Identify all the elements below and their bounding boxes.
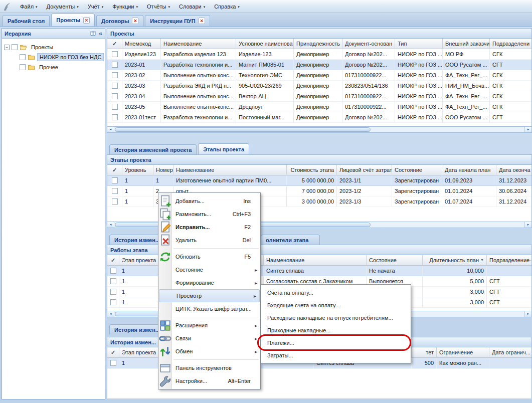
column-header[interactable]: Внешний заказчик <box>443 39 490 49</box>
tab[interactable]: Этапы проекта <box>198 143 249 154</box>
column-header[interactable]: Состояние <box>392 165 442 175</box>
checkbox[interactable] <box>112 62 118 68</box>
context-menu-item[interactable]: Размножить...Ctrl+F3 <box>158 208 260 221</box>
subtab-work-history[interactable]: История измен... <box>109 324 164 334</box>
menubar-item[interactable]: Функции▾ <box>108 2 142 12</box>
checkbox[interactable] <box>112 104 118 110</box>
checkbox[interactable] <box>110 299 116 305</box>
column-header[interactable]: Наименование <box>264 255 367 266</box>
select-all-header[interactable]: ✓ <box>107 165 122 175</box>
scroll-left-button[interactable]: ◄ <box>107 311 114 317</box>
context-menu-item[interactable]: Состояние▸ <box>158 263 260 276</box>
column-header[interactable]: Уровень <box>122 165 153 175</box>
context-menu-item[interactable]: Настройки...Alt+Enter <box>158 374 260 387</box>
column-header[interactable]: Длительность план▼ <box>423 255 487 266</box>
tree-node[interactable]: НИОКР по ГОЗ без НДС <box>2 52 105 62</box>
checkbox[interactable] <box>110 268 116 274</box>
column-header[interactable]: Наименование <box>173 165 287 175</box>
menubar-item[interactable]: Отчёты▾ <box>142 2 174 12</box>
table-row[interactable]: 2023-01тестРазработка технологии и...Пос… <box>107 112 531 123</box>
menubar-item[interactable]: Файл▾ <box>16 2 42 12</box>
scroll-thumb[interactable] <box>115 127 371 132</box>
collapse-sidebar-icon[interactable]: « <box>99 31 102 36</box>
checkbox[interactable] <box>112 51 118 57</box>
submenu-item[interactable]: Счета на оплату... <box>261 286 411 299</box>
expander-icon[interactable]: − <box>4 45 10 50</box>
projects-hscrollbar[interactable]: ◄ ► <box>107 126 532 133</box>
tab[interactable]: История изменений проекта <box>109 144 197 154</box>
checkbox[interactable] <box>112 188 118 194</box>
scroll-left-button[interactable]: ◄ <box>107 222 114 228</box>
submenu-item[interactable]: Приходные накладные... <box>261 324 411 336</box>
column-header[interactable]: Дата начала план <box>442 165 496 175</box>
checkbox[interactable] <box>112 72 118 78</box>
scroll-right-button[interactable]: ► <box>524 222 531 228</box>
table-row[interactable]: 2023-01Разработка технологии и...Магнит … <box>107 60 531 70</box>
menubar-item[interactable]: Словари▾ <box>174 2 210 12</box>
table-row[interactable]: 11Изготовление опытной партии ПМ0...5 00… <box>107 175 531 186</box>
close-icon[interactable]: × <box>83 17 90 24</box>
checkbox[interactable] <box>20 64 26 70</box>
submenu-item[interactable]: Платежи... <box>261 336 411 349</box>
checkbox[interactable] <box>110 278 116 284</box>
select-all-header[interactable]: ✓ <box>107 39 122 49</box>
subtab-stage-executors[interactable]: олнители этапа <box>261 235 320 245</box>
submenu-item[interactable]: Входящие счета на оплату... <box>261 299 411 311</box>
tree-node[interactable]: −Проекты <box>2 42 105 52</box>
checkbox[interactable] <box>110 289 116 295</box>
column-header[interactable]: Тип <box>395 39 443 49</box>
select-all-header[interactable]: ✓ <box>107 255 119 266</box>
tab[interactable]: Проекты× <box>51 14 95 26</box>
context-menu-item[interactable]: Связи▸ <box>158 332 260 345</box>
checkbox[interactable] <box>112 83 118 89</box>
column-header[interactable]: Ограничение <box>437 347 489 358</box>
checkbox[interactable] <box>112 93 118 99</box>
tab[interactable]: Договоры× <box>96 15 143 26</box>
context-menu-item[interactable]: ОбновитьF5 <box>158 250 260 263</box>
grid-icon[interactable] <box>90 31 96 37</box>
column-header[interactable]: Наименование <box>161 39 236 49</box>
close-icon[interactable]: × <box>132 18 138 24</box>
column-header[interactable]: Стоимость этапа <box>287 165 337 175</box>
column-header[interactable]: Дата оконча <box>496 165 532 175</box>
close-icon[interactable]: × <box>199 18 205 24</box>
column-header[interactable]: тет <box>412 347 437 358</box>
column-header[interactable]: Состояние <box>367 255 423 266</box>
context-menu-item[interactable]: Формирование▸ <box>158 276 260 289</box>
checkbox[interactable] <box>110 360 116 366</box>
table-row[interactable]: 2023-03Разработка ЭКД и РКД н...905-U020… <box>107 81 531 91</box>
checkbox[interactable] <box>112 114 118 120</box>
context-menu-item[interactable]: ЦИТК. Указать шифр затрат... <box>158 302 260 315</box>
select-all-header[interactable]: ✓ <box>107 347 119 358</box>
column-header[interactable]: Подразделение-исп <box>487 255 532 266</box>
menubar-item[interactable]: Справка▾ <box>210 2 244 12</box>
context-menu-item[interactable]: Расширения▸ <box>158 319 260 332</box>
checkbox[interactable] <box>112 198 118 205</box>
scroll-left-button[interactable]: ◄ <box>107 127 114 132</box>
table-row[interactable]: Изделие123Разработка изделия 123Изделие-… <box>107 49 531 60</box>
context-menu-item[interactable]: Обмен▸ <box>158 345 260 358</box>
column-header[interactable]: Лицевой счёт затрат. <box>337 165 392 175</box>
column-header[interactable]: Дата огранич... <box>489 347 532 358</box>
context-menu-item[interactable]: Исправить...F2 <box>158 221 260 234</box>
menubar-item[interactable]: Учёт▾ <box>83 2 108 12</box>
column-header[interactable]: Принадлежность <box>294 39 342 49</box>
submenu-item[interactable]: Расходные накладные на отпуск потребител… <box>261 311 411 324</box>
context-menu-item[interactable]: Просмотр▸ <box>159 289 260 302</box>
context-menu-item[interactable]: Добавить...Ins <box>158 194 260 208</box>
scroll-right-button[interactable]: ► <box>524 311 531 317</box>
menubar-item[interactable]: Документы▾ <box>42 2 83 12</box>
column-header[interactable]: Документ-основан <box>342 39 395 49</box>
column-header[interactable]: Условное наименова <box>236 39 294 49</box>
table-row[interactable]: 2023-04Выполнение опытно-конс...Вектор-А… <box>107 91 531 102</box>
column-header[interactable]: Номер <box>153 165 173 175</box>
tab[interactable]: Инструкции ПУП× <box>145 15 210 26</box>
table-row[interactable]: 2023-02Выполнение опытно-конс...Технолог… <box>107 70 531 81</box>
checkbox[interactable] <box>20 54 26 60</box>
column-header[interactable]: Подразделени <box>490 39 532 49</box>
tab[interactable]: Рабочий стол <box>3 15 50 26</box>
submenu-item[interactable]: Затраты... <box>261 349 411 361</box>
checkbox[interactable] <box>112 177 118 183</box>
table-row[interactable]: 2023-05Выполнение опытно-конс...Дредноут… <box>107 102 531 112</box>
column-header[interactable]: Мнемокод <box>122 39 161 49</box>
